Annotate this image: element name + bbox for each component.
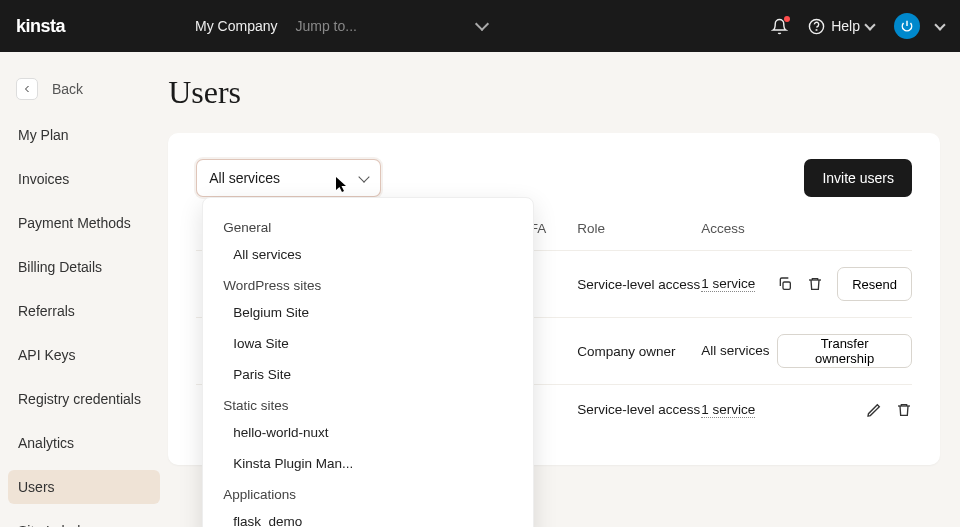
cell-access[interactable]: 1 service — [701, 402, 755, 418]
arrow-left-icon — [16, 78, 38, 100]
dropdown-group-general: General — [209, 212, 523, 239]
chevron-down-icon — [864, 19, 875, 30]
sidebar-item-invoices[interactable]: Invoices — [8, 162, 160, 196]
sidebar-item-payment-methods[interactable]: Payment Methods — [8, 206, 160, 240]
users-panel: All services Invite users General All se… — [168, 133, 940, 465]
jump-to-label: Jump to... — [296, 18, 357, 34]
edit-icon[interactable] — [866, 402, 882, 418]
sidebar-item-api-keys[interactable]: API Keys — [8, 338, 160, 372]
sidebar-item-my-plan[interactable]: My Plan — [8, 118, 160, 152]
dropdown-group-static: Static sites — [209, 390, 523, 417]
invite-users-button[interactable]: Invite users — [804, 159, 912, 197]
dropdown-option-all-services[interactable]: All services — [209, 239, 523, 270]
services-filter[interactable]: All services — [196, 159, 381, 197]
transfer-ownership-button[interactable]: Transfer ownership — [777, 334, 912, 368]
cell-access[interactable]: 1 service — [701, 276, 755, 292]
content: Users All services Invite users General … — [168, 52, 960, 527]
resend-button[interactable]: Resend — [837, 267, 912, 301]
col-header-role: Role — [577, 221, 701, 236]
jump-to[interactable]: Jump to... — [296, 18, 487, 34]
sidebar-item-registry-credentials[interactable]: Registry credentials — [8, 382, 160, 416]
company-switcher[interactable]: My Company — [195, 18, 277, 34]
notification-dot-icon — [784, 16, 790, 22]
svg-point-1 — [816, 29, 817, 30]
help-icon — [808, 18, 825, 35]
cell-role: Service-level access — [577, 402, 701, 417]
page-title: Users — [168, 74, 940, 111]
power-icon — [900, 19, 914, 33]
sidebar-item-users[interactable]: Users — [8, 470, 160, 504]
back-label: Back — [52, 81, 83, 97]
logo: kinsta — [16, 16, 65, 37]
help-menu[interactable]: Help — [808, 18, 874, 35]
cell-access: All services — [701, 342, 777, 360]
col-header-access: Access — [701, 221, 777, 236]
copy-icon[interactable] — [777, 276, 793, 292]
sidebar: Back My Plan Invoices Payment Methods Bi… — [0, 52, 168, 527]
help-label: Help — [831, 18, 860, 34]
services-dropdown-scroll[interactable]: General All services WordPress sites Bel… — [209, 212, 527, 527]
dropdown-option-paris-site[interactable]: Paris Site — [209, 359, 523, 390]
topbar: kinsta My Company Jump to... Help — [0, 0, 960, 52]
back-button[interactable]: Back — [8, 72, 160, 118]
cell-role: Service-level access — [577, 277, 701, 292]
chevron-down-icon — [934, 19, 945, 30]
dropdown-option-iowa-site[interactable]: Iowa Site — [209, 328, 523, 359]
services-dropdown: General All services WordPress sites Bel… — [202, 197, 534, 527]
trash-icon[interactable] — [896, 402, 912, 418]
account-menu[interactable] — [894, 13, 944, 39]
sidebar-item-site-labels[interactable]: Site Labels — [8, 514, 160, 527]
dropdown-option-hello-world-nuxt[interactable]: hello-world-nuxt — [209, 417, 523, 448]
notifications-button[interactable] — [771, 18, 788, 35]
trash-icon[interactable] — [807, 276, 823, 292]
avatar — [894, 13, 920, 39]
dropdown-option-belgium-site[interactable]: Belgium Site — [209, 297, 523, 328]
services-filter-label: All services — [209, 170, 280, 186]
sidebar-item-referrals[interactable]: Referrals — [8, 294, 160, 328]
dropdown-group-wordpress: WordPress sites — [209, 270, 523, 297]
chevron-down-icon — [475, 17, 489, 31]
chevron-down-icon — [359, 171, 370, 182]
svg-rect-2 — [783, 282, 790, 289]
cell-role: Company owner — [577, 344, 701, 359]
sidebar-item-billing-details[interactable]: Billing Details — [8, 250, 160, 284]
dropdown-option-flask-demo[interactable]: flask_demo — [209, 506, 523, 527]
sidebar-item-analytics[interactable]: Analytics — [8, 426, 160, 460]
dropdown-group-applications: Applications — [209, 479, 523, 506]
dropdown-option-kinsta-plugin-man[interactable]: Kinsta Plugin Man... — [209, 448, 523, 479]
